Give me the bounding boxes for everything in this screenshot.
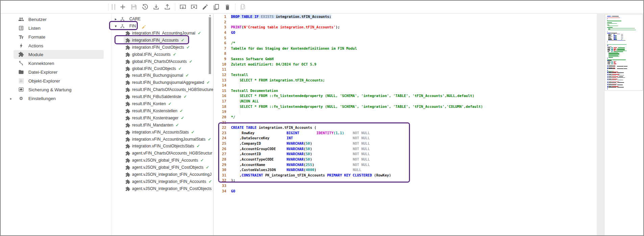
code-line[interactable]: 33 xyxy=(214,183,643,189)
code-line[interactable]: 9Saxess Software GmbH xyxy=(214,56,643,62)
sidebar-item-benutzer[interactable]: Benutzer xyxy=(1,15,111,23)
hierarchy-icon xyxy=(120,24,125,29)
upload-button[interactable] xyxy=(164,3,171,10)
tree-item[interactable]: result.tFIN_Mandanten✓ xyxy=(111,122,213,129)
tree-item[interactable]: agent.vJSON_integration_tFIN_CostObjects xyxy=(111,185,213,192)
download-button[interactable] xyxy=(153,3,160,10)
sidebar-item-module[interactable]: Module xyxy=(1,50,111,58)
list-icon xyxy=(18,25,24,31)
code-line[interactable]: 21 xyxy=(214,120,643,125)
tree-item-label: global.tFIN_CostObjects xyxy=(132,66,176,71)
tree-item-label: result.tFIN_Mandanten xyxy=(132,123,173,127)
code-line[interactable]: 24 ,DataSourceKey INT NOT NULL xyxy=(214,136,643,141)
code-line[interactable]: 8 xyxy=(214,51,643,56)
sidebar-item-listen[interactable]: Listen xyxy=(1,24,111,32)
tree-item[interactable]: integration.tFIN_Accounts✓ xyxy=(111,37,213,44)
code-line[interactable]: 25 ,CompanyID NVARCHAR(50) NOT NULL xyxy=(214,141,643,146)
sql-editor[interactable]: 1DROP TABLE IF EXISTS integration.tFIN_A… xyxy=(214,14,643,235)
tree-item[interactable]: global.tFIN_Accounts✓ xyxy=(111,51,213,58)
code-line[interactable]: 17 UNION ALL xyxy=(214,99,643,104)
code-line[interactable]: 32); xyxy=(214,178,643,183)
tree-item[interactable]: agent.vFIN_ChartsOfAccounts_HGBStructur xyxy=(111,150,213,157)
code-line[interactable]: 16 SELECT * FROM ::fn_listextendedproper… xyxy=(214,93,643,99)
tree-item[interactable]: result.tFIN_BuchungsjournalAggregated✓ xyxy=(111,79,213,86)
tree-item[interactable]: result.tFIN_Buchungsjournal✓ xyxy=(111,72,213,79)
code-minimap[interactable] xyxy=(605,14,643,91)
code-line[interactable]: 18 SELECT * FROM ::fn_listextendedproper… xyxy=(214,104,643,110)
delete-button[interactable] xyxy=(224,3,231,10)
code-line[interactable]: 13 SELECT * FROM integration.tFIN_Accoun… xyxy=(214,78,643,83)
code-line[interactable]: 1DROP TABLE IF EXISTS integration.tFIN_A… xyxy=(214,14,643,20)
tree-item[interactable]: integration.vFIN_AccountingJournalStats✓ xyxy=(111,136,213,143)
code-line[interactable]: 4GO xyxy=(214,30,643,36)
add-button[interactable] xyxy=(119,3,126,10)
download-icon xyxy=(153,3,160,10)
edit-button[interactable] xyxy=(202,3,209,10)
tree-item[interactable]: integration.tFIN_CostObjects✓ xyxy=(111,44,213,51)
code-line[interactable]: 27 ,AccountID NVARCHAR(50) NOT NULL xyxy=(214,151,643,157)
code-line[interactable]: 19 xyxy=(214,109,643,115)
tree-item[interactable]: integration.vFIN_AccountsStats✓ xyxy=(111,129,213,136)
tree-item[interactable]: result.tFIN_Konten✓ xyxy=(111,100,213,108)
sidebar-item-formate[interactable]: Formate xyxy=(1,33,111,41)
code-lines[interactable]: 1DROP TABLE IF EXISTS integration.tFIN_A… xyxy=(214,14,643,194)
history-button[interactable] xyxy=(141,3,149,10)
code-line[interactable]: 23 RowKey BIGINT IDENTITY(1,1) NOT NULL xyxy=(214,131,643,136)
tree-node-care[interactable]: ▸CARE xyxy=(111,16,213,23)
tree-item[interactable]: result.tFIN_ChartsOfAccounts_HGBStructur… xyxy=(111,86,213,93)
line-number: 30 xyxy=(214,167,226,173)
code-line[interactable]: 31 ,CONSTRAINT PK_integration_tFIN_Accou… xyxy=(214,173,643,178)
copy-button[interactable] xyxy=(213,3,220,10)
code-line[interactable]: 6/* xyxy=(214,41,643,46)
code-line[interactable]: 22CREATE TABLE integration.tFIN_Accounts… xyxy=(214,125,643,131)
code-line[interactable]: 11 xyxy=(214,67,643,72)
sidebar-item-konnektoren[interactable]: Konnektoren xyxy=(1,59,111,67)
tree-item[interactable]: global.tFIN_ChartsOfAccounts✓ xyxy=(111,58,213,65)
tree-item[interactable]: global.tFIN_CostObjects✓ xyxy=(111,65,213,72)
code-line[interactable]: 28 ,AccountTypeCODE NVARCHAR(50) NOT NUL… xyxy=(214,157,643,162)
code-line[interactable]: 26 ,AccountGroupCODE NVARCHAR(50) NOT NU… xyxy=(214,146,643,152)
code-line[interactable]: 14 xyxy=(214,83,643,88)
uninstall-module-button[interactable] xyxy=(190,3,198,10)
drag-handle-icon[interactable] xyxy=(112,4,115,10)
check-icon: ✓ xyxy=(208,137,211,142)
tree-item[interactable]: agent.vJSON_integration_tFIN_Accounts✓ xyxy=(111,178,213,185)
tree-item[interactable]: agent.vJSON_global_tFIN_CostObjects✓ xyxy=(111,164,213,171)
sidebar-item-objekt-explorer[interactable]: Objekt-Explorer xyxy=(1,77,111,85)
line-number: 26 xyxy=(214,146,226,152)
sidebar-item-actions[interactable]: Actions xyxy=(1,42,111,50)
chevron-down-icon[interactable]: ▾ xyxy=(115,23,117,30)
tree-item[interactable]: agent.vJSON_integration_tFIN_AccountingJ xyxy=(111,171,213,178)
tree-item[interactable]: result.tFIN_Kostenstellen✓ xyxy=(111,108,213,115)
code-line[interactable]: 3PRINT(N'Creating table integration.tFIN… xyxy=(214,25,643,30)
minimap-line xyxy=(607,82,642,83)
sidebar-item-einstellungen[interactable]: ▸Einstellungen xyxy=(1,94,111,102)
code-line[interactable]: 30 ,CustomValuesJSON NVARCHAR(4000) NULL xyxy=(214,167,643,173)
code-line[interactable]: 34GO xyxy=(214,189,643,194)
code-line[interactable]: 2 xyxy=(214,20,643,25)
chevron-right-icon[interactable]: ▸ xyxy=(115,16,117,23)
code-line[interactable]: 5 xyxy=(214,36,643,41)
minimap-line xyxy=(607,83,642,84)
code-line[interactable]: 7Tabelle für das Staging der Kontendefin… xyxy=(214,46,643,51)
editor-scroll-gutter[interactable] xyxy=(597,14,605,235)
sidebar-item-datei-explorer[interactable]: Datei-Explorer xyxy=(1,68,111,76)
code-line[interactable]: 10Zuletzt modifiziert: 04/2024 for OCT 5… xyxy=(214,62,643,67)
code-line[interactable]: 15Testcall Documentation xyxy=(214,88,643,94)
tree-item[interactable]: result.tFIN_Kostentraeger✓ xyxy=(111,115,213,122)
tree-item[interactable]: agent.vJSON_global_tFIN_Accounts✓ xyxy=(111,157,213,164)
minimap-line xyxy=(607,74,642,75)
code-line[interactable]: 29 ,AccountName NVARCHAR(255) NOT NULL xyxy=(214,162,643,168)
code-line[interactable]: 20*/ xyxy=(214,115,643,120)
code-token: 50 xyxy=(306,141,310,145)
chevron-right-icon[interactable]: ▸ xyxy=(10,97,12,100)
tree-item[interactable]: result.tFIN_FiBuSaldenliste✓ xyxy=(111,93,213,100)
sidebar-item-sicherung-wartung[interactable]: Sicherung & Wartung xyxy=(1,86,111,94)
code-line[interactable]: 12Testcall xyxy=(214,72,643,78)
puzzle-icon xyxy=(125,158,130,163)
install-module-button[interactable] xyxy=(179,3,186,10)
tree-item[interactable]: integration.tFIN_AccountingJournal✓ xyxy=(111,30,213,37)
minimap-line xyxy=(607,48,642,49)
tree-node-fin[interactable]: ▾FIN xyxy=(111,23,213,30)
tree-item[interactable]: integration.vFIN_CostObjectsStats✓ xyxy=(111,143,213,150)
